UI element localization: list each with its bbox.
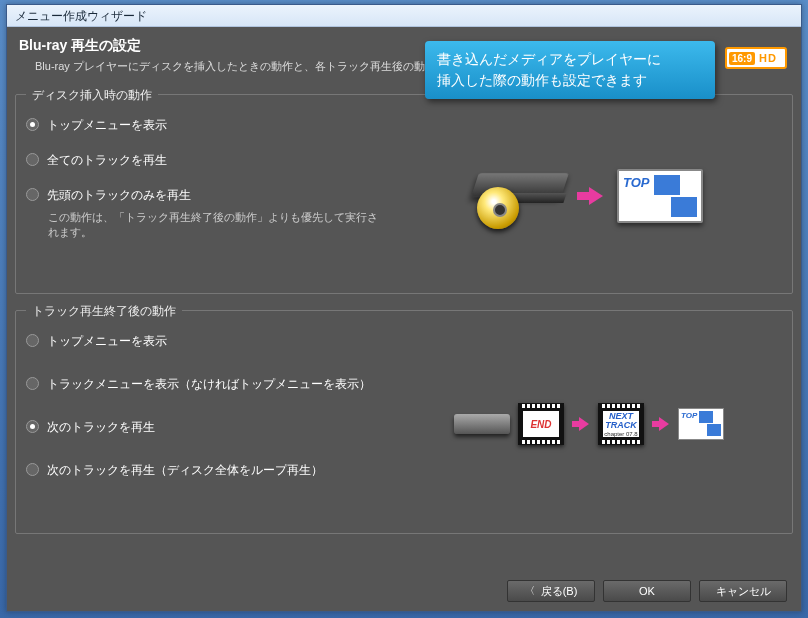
radio-icon <box>26 377 39 390</box>
hd-badge: 16:9 HD <box>725 47 787 69</box>
radio-label: トップメニューを表示 <box>47 333 167 350</box>
radio-end-play-next[interactable]: 次のトラックを再生 <box>26 419 386 436</box>
disc-icon <box>477 187 519 229</box>
ok-button-label: OK <box>639 585 655 597</box>
radio-icon <box>26 334 39 347</box>
radio-note: この動作は、「トラック再生終了後の動作」よりも優先して実行されます。 <box>48 210 386 241</box>
track-flow-illustration: END NEXT TRACK chapter 07.8 <box>454 403 724 445</box>
disc-drive-icon <box>475 173 565 219</box>
radio-play-first-track[interactable]: 先頭のトラックのみを再生 <box>26 187 386 204</box>
group2-options: トップメニューを表示 トラックメニューを表示（なければトップメニューを表示） 次… <box>26 327 386 521</box>
aspect-ratio-label: 16:9 <box>729 52 755 65</box>
content-area: Blu-ray 再生の設定 Blu-ray プレイヤーにディスクを挿入したときの… <box>7 27 801 611</box>
window-titlebar: メニュー作成ウィザード <box>7 5 801 27</box>
group-disc-insert: ディスク挿入時の動作 トップメニューを表示 全てのトラックを再生 <box>15 94 793 294</box>
radio-icon <box>26 420 39 433</box>
film-next-icon: NEXT TRACK chapter 07.8 <box>598 403 644 445</box>
radio-end-play-next-loop[interactable]: 次のトラックを再生（ディスク全体をループ再生） <box>26 462 386 479</box>
back-button[interactable]: 〈 戻る(B) <box>507 580 595 602</box>
film-end-label: END <box>523 411 559 437</box>
tv-icon: TOP <box>617 169 703 223</box>
radio-label: トップメニューを表示 <box>47 117 167 134</box>
radio-label: 先頭のトラックのみを再生 <box>47 187 191 204</box>
radio-label: 次のトラックを再生 <box>47 419 155 436</box>
cancel-button-label: キャンセル <box>716 584 771 599</box>
radio-show-top-menu[interactable]: トップメニューを表示 <box>26 117 386 134</box>
group1-options: トップメニューを表示 全てのトラックを再生 先頭のトラックのみを再生 <box>26 111 386 281</box>
callout-line1: 書き込んだメディアをプレイヤーに <box>437 49 703 70</box>
group1-option-wrap-0: トップメニューを表示 <box>26 117 386 134</box>
tv-small-label: TOP <box>681 411 697 423</box>
tv-top-label: TOP <box>623 175 650 195</box>
film-next-chapter: chapter 07.8 <box>604 431 637 437</box>
film-next-line2: TRACK <box>605 421 637 430</box>
disc-to-tv-illustration: TOP <box>475 169 703 223</box>
arrow-right-icon <box>652 417 670 431</box>
radio-end-show-top[interactable]: トップメニューを表示 <box>26 333 386 350</box>
hd-label: HD <box>759 52 777 64</box>
ok-button[interactable]: OK <box>603 580 691 602</box>
film-end-icon: END <box>518 403 564 445</box>
radio-icon <box>26 188 39 201</box>
radio-label: トラックメニューを表示（なければトップメニューを表示） <box>47 376 371 393</box>
group1-illustration: TOP <box>396 111 782 281</box>
group2-illustration: END NEXT TRACK chapter 07.8 <box>396 327 782 521</box>
chevron-left-icon: 〈 <box>525 584 535 598</box>
group2-title: トラック再生終了後の動作 <box>26 303 182 320</box>
group1-option-wrap-1: 全てのトラックを再生 <box>26 152 386 169</box>
callout-line2: 挿入した際の動作も設定できます <box>437 70 703 91</box>
radio-label: 全てのトラックを再生 <box>47 152 167 169</box>
group-track-end: トラック再生終了後の動作 トップメニューを表示 トラックメニューを表示（なければ… <box>15 310 793 534</box>
wizard-footer: 〈 戻る(B) OK キャンセル <box>11 575 797 607</box>
radio-end-show-track-menu[interactable]: トラックメニューを表示（なければトップメニューを表示） <box>26 376 386 393</box>
arrow-right-icon <box>572 417 590 431</box>
group1-option-wrap-2: 先頭のトラックのみを再生 この動作は、「トラック再生終了後の動作」よりも優先して… <box>26 187 386 241</box>
arrow-right-icon <box>577 187 605 205</box>
groups-container: ディスク挿入時の動作 トップメニューを表示 全てのトラックを再生 <box>11 80 797 575</box>
radio-icon <box>26 118 39 131</box>
radio-label: 次のトラックを再生（ディスク全体をループ再生） <box>47 462 323 479</box>
cancel-button[interactable]: キャンセル <box>699 580 787 602</box>
tv-small-icon: TOP <box>678 408 724 440</box>
radio-play-all-tracks[interactable]: 全てのトラックを再生 <box>26 152 386 169</box>
back-button-label: 戻る(B) <box>541 584 578 599</box>
wizard-window: メニュー作成ウィザード Blu-ray 再生の設定 Blu-ray プレイヤーに… <box>6 4 802 612</box>
info-callout: 書き込んだメディアをプレイヤーに 挿入した際の動作も設定できます <box>425 41 715 99</box>
group1-title: ディスク挿入時の動作 <box>26 87 158 104</box>
window-title: メニュー作成ウィザード <box>15 9 147 23</box>
radio-icon <box>26 463 39 476</box>
player-tray-icon <box>454 414 510 434</box>
radio-icon <box>26 153 39 166</box>
